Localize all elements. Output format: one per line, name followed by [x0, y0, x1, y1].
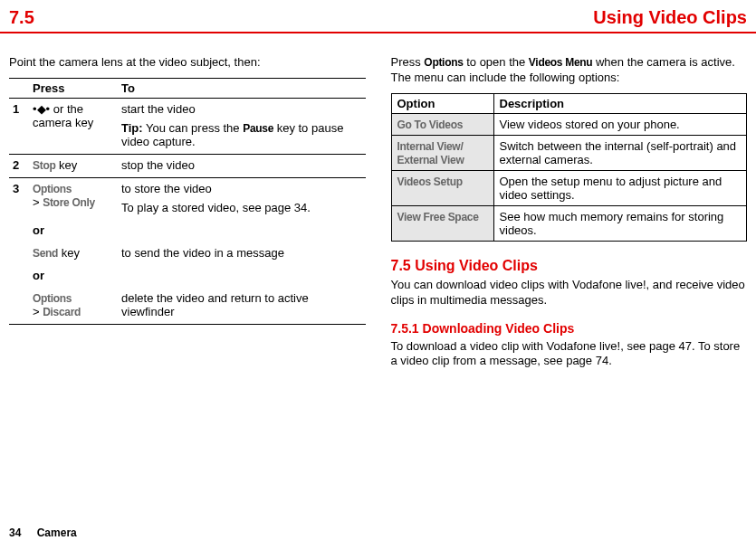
or-label-1: or — [29, 220, 118, 242]
options-header-row: Option Description — [391, 93, 747, 113]
step-row-2: 2 Stop key stop the video — [9, 154, 366, 177]
step2-key-suffix: key — [55, 158, 77, 172]
or-label-2: or — [29, 265, 118, 288]
steps-header-row: Press To — [9, 78, 366, 98]
step-row-3a: 3 Options > Store Only to store the vide… — [9, 177, 366, 220]
subsection-heading: 7.5 Using Video Clips — [391, 258, 748, 274]
right-intro-mid: to open the — [464, 55, 529, 69]
options-table: Option Description Go To Videos View vid… — [391, 93, 748, 242]
header-section-title: Using Video Clips — [593, 7, 747, 28]
step3a-to1: to store the video — [121, 182, 212, 195]
step3b-key-suffix: key — [58, 246, 80, 260]
right-intro: Press Options to open the Videos Menu wh… — [391, 55, 748, 86]
step1-press: •◆• or the camera key — [29, 98, 118, 154]
option-desc: See how much memory remains for storing … — [493, 205, 747, 241]
send-key-label: Send — [33, 247, 58, 260]
step1-to: start the video Tip: You can press the P… — [118, 98, 366, 154]
step3c-to: delete the video and return to active vi… — [118, 288, 366, 325]
option-name: Go To Videos — [397, 119, 464, 131]
page-header: 7.5 Using Video Clips — [0, 0, 756, 33]
tip-text1: You can press the — [143, 121, 244, 135]
step3c-press: Options > Discard — [29, 288, 118, 325]
videos-menu-label: Videos Menu — [529, 56, 593, 69]
left-intro: Point the camera lens at the video subje… — [9, 55, 366, 71]
page-number: 34 — [9, 526, 21, 539]
options-head-option: Option — [391, 93, 493, 113]
steps-table: Press To 1 •◆• or the camera key start t… — [9, 78, 366, 325]
subsubsection-text: To download a video clip with Vodafone l… — [391, 339, 748, 370]
option-row: Videos Setup Open the setup menu to adju… — [391, 170, 747, 205]
subsubsection-heading: 7.5.1 Downloading Video Clips — [391, 321, 748, 336]
options-key-label-3: Options — [424, 56, 463, 69]
header-section-number: 7.5 — [9, 7, 34, 28]
center-select-icon: •◆• — [33, 102, 50, 116]
step3b-press: Send key — [29, 242, 118, 265]
option-desc: Open the setup menu to adjust picture an… — [493, 170, 747, 205]
chapter-name: Camera — [37, 526, 77, 539]
steps-head-press: Press — [29, 78, 118, 98]
step3b-to: to send the video in a message — [118, 242, 366, 265]
page-content: Point the camera lens at the video subje… — [0, 33, 756, 376]
step3a-press: Options > Store Only — [29, 177, 118, 220]
step3a-to1b: To play a stored video, see page 34. — [121, 201, 362, 214]
options-key-label-1: Options — [33, 183, 72, 195]
step-row-1: 1 •◆• or the camera key start the video … — [9, 98, 366, 154]
stop-key-label: Stop — [33, 159, 55, 172]
store-only-label: Store Only — [43, 196, 95, 209]
options-head-desc: Description — [493, 93, 747, 113]
option-row: Go To Videos View videos stored on your … — [391, 113, 747, 135]
step2-press: Stop key — [29, 154, 118, 177]
step1-to-main: start the video — [121, 102, 196, 116]
option-row: View Free Space See how much memory rema… — [391, 205, 747, 241]
step-row-3b: Send key to send the video in a message — [9, 242, 366, 265]
step3-number: 3 — [9, 177, 29, 220]
option-name: Videos Setup — [397, 175, 463, 188]
option-name: Internal View/ External View — [397, 140, 464, 166]
step1-number: 1 — [9, 98, 29, 154]
step2-number: 2 — [9, 154, 29, 177]
left-column: Point the camera lens at the video subje… — [9, 52, 366, 376]
right-intro-pre: Press — [391, 55, 425, 69]
pause-key-label: Pause — [243, 122, 273, 135]
option-desc: View videos stored on your phone. — [493, 113, 747, 135]
subsection-text: You can download video clips with Vodafo… — [391, 278, 748, 308]
step2-to: stop the video — [118, 154, 366, 177]
step-row-3-or1: or — [9, 220, 366, 242]
option-row: Internal View/ External View Switch betw… — [391, 135, 747, 170]
steps-head-to: To — [118, 78, 366, 98]
option-name: View Free Space — [397, 211, 479, 223]
page-footer: 34 Camera — [9, 526, 77, 539]
right-column: Press Options to open the Videos Menu wh… — [391, 52, 748, 376]
discard-label: Discard — [43, 306, 81, 318]
option-desc: Switch between the internal (self-portra… — [493, 135, 747, 170]
step-row-3c: Options > Discard delete the video and r… — [9, 288, 366, 325]
step-row-3-or2: or — [9, 265, 366, 288]
options-key-label-2: Options — [33, 292, 72, 305]
step3a-to: to store the video To play a stored vide… — [118, 177, 366, 220]
tip-label: Tip: — [121, 121, 143, 135]
